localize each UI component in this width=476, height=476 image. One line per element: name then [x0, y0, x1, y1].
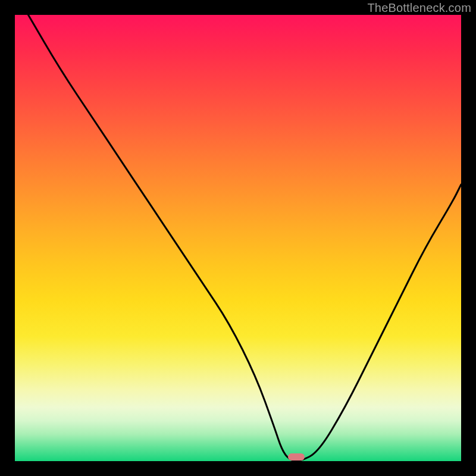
chart-frame: TheBottleneck.com [0, 0, 476, 476]
plot-area [15, 15, 461, 461]
watermark-label: TheBottleneck.com [367, 1, 471, 15]
optimum-marker [288, 453, 305, 461]
curve-svg [15, 15, 461, 461]
bottleneck-curve-path [29, 15, 462, 461]
